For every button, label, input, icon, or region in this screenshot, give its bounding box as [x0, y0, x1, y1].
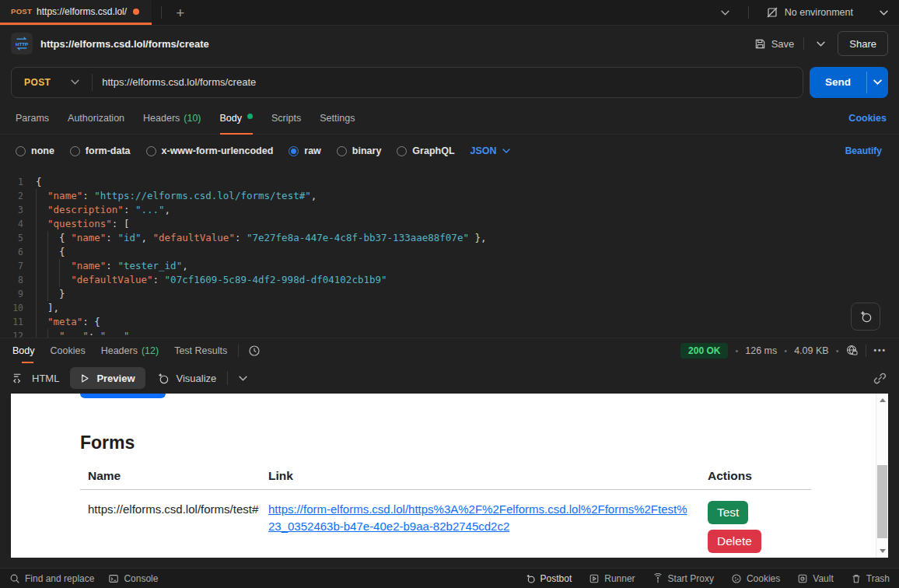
send-button-group: Send: [810, 67, 888, 98]
statusbar-find-and-replace[interactable]: Find and replace: [9, 573, 94, 584]
postbot-button[interactable]: [851, 303, 880, 331]
radio-graphql[interactable]: [397, 146, 407, 156]
json-punct: [36, 274, 71, 285]
response-preview-pane[interactable]: Forms Name Link Actions https://elforms.…: [11, 394, 888, 558]
beautify-link[interactable]: Beautify: [845, 145, 882, 156]
tab-label: Body: [220, 113, 243, 124]
body-type-graphql[interactable]: GraphQL: [397, 145, 454, 156]
link-icon[interactable]: [873, 372, 887, 385]
body-type-x-www-form-urlencoded[interactable]: x-www-form-urlencoded: [146, 145, 274, 156]
tab-count: (12): [142, 345, 159, 356]
response-tab-test-results[interactable]: Test Results: [166, 338, 235, 362]
line-number: 12: [0, 329, 36, 338]
radio-x-www-form-urlencoded[interactable]: [146, 146, 156, 156]
visualize-button[interactable]: Visualize: [156, 372, 217, 385]
url-input[interactable]: [93, 68, 803, 97]
json-punct: : [: [112, 218, 130, 229]
response-tab-body[interactable]: Body: [12, 338, 43, 362]
code-line-2: 2 "name": "https://elforms.csd.lol/forms…: [0, 189, 899, 203]
request-tab-settings[interactable]: Settings: [310, 103, 364, 134]
new-tab-button[interactable]: +: [170, 5, 191, 20]
body-type-form-data[interactable]: form-data: [70, 145, 131, 156]
tab-label: Cookies: [51, 345, 86, 356]
request-tab-params[interactable]: Params: [6, 103, 58, 134]
network-security-icon[interactable]: [845, 344, 859, 357]
request-tab[interactable]: POST https://elforms.csd.lol/: [0, 0, 152, 25]
format-selector[interactable]: HTML: [12, 372, 59, 384]
radio-raw-selected[interactable]: [289, 146, 299, 156]
share-button[interactable]: Share: [838, 31, 888, 56]
radio-none[interactable]: [16, 146, 26, 156]
code-line-6: 6 {: [0, 245, 899, 259]
statusbar-postbot[interactable]: Postbot: [525, 573, 572, 584]
scrollbar-thumb[interactable]: [877, 465, 887, 538]
history-icon[interactable]: [248, 345, 261, 357]
column-header-link: Link: [261, 463, 700, 490]
view-options-chevron-icon[interactable]: [239, 376, 247, 381]
more-options-icon[interactable]: •••: [873, 346, 887, 355]
statusbar-start-proxy[interactable]: Start Proxy: [652, 573, 714, 584]
scroll-up-icon[interactable]: [876, 394, 888, 406]
send-button[interactable]: Send: [810, 67, 866, 98]
json-key: "defaultValue": [71, 274, 152, 285]
body-type-raw[interactable]: raw: [289, 145, 321, 156]
delete-button[interactable]: Delete: [708, 530, 761, 553]
body-type-bar: noneform-datax-www-form-urlencodedrawbin…: [0, 135, 899, 167]
language-selector[interactable]: JSON: [470, 145, 510, 156]
indent-guide: [59, 259, 60, 273]
request-body-editor[interactable]: 1{2 "name": "https://elforms.csd.lol/for…: [0, 167, 899, 338]
url-container: POST: [11, 67, 803, 98]
indent-guide: [47, 259, 48, 273]
preview-scrollbar[interactable]: [876, 394, 888, 558]
statusbar-console[interactable]: Console: [108, 573, 158, 584]
json-punct: :: [153, 274, 165, 285]
statusbar-runner[interactable]: Runner: [589, 573, 635, 584]
json-key: "meta": [47, 316, 82, 327]
request-tab-headers[interactable]: Headers(10): [134, 103, 210, 134]
indent-guide: [36, 273, 37, 287]
method-selector[interactable]: POST: [12, 77, 92, 88]
response-tab-headers[interactable]: Headers(12): [93, 338, 166, 362]
visualize-label: Visualize: [177, 373, 217, 384]
code-line-7: 7 "name": "tester_id",: [0, 259, 899, 273]
preview-toggle-button[interactable]: Preview: [70, 367, 145, 389]
body-type-binary[interactable]: binary: [337, 145, 382, 156]
line-number: 5: [0, 231, 36, 245]
json-string: "https://elforms.csd.lol/forms/test#": [94, 190, 310, 201]
scroll-down-icon[interactable]: [876, 545, 888, 557]
response-tab-cookies[interactable]: Cookies: [43, 338, 93, 362]
tab-options-chevron-icon[interactable]: [721, 10, 729, 16]
statusbar-vault[interactable]: Vault: [797, 573, 833, 584]
preview-label: Preview: [96, 373, 135, 384]
request-tab-body[interactable]: Body: [211, 103, 263, 134]
json-punct: }: [36, 288, 65, 299]
json-punct: ,: [165, 204, 171, 215]
divider: [866, 345, 866, 357]
statusbar-cookies[interactable]: Cookies: [731, 573, 780, 584]
body-type-none[interactable]: none: [16, 145, 54, 156]
cookie-icon: [731, 573, 742, 584]
radio-binary[interactable]: [337, 146, 347, 156]
json-key: "name": [71, 232, 106, 243]
status-badge[interactable]: 200 OK: [680, 343, 728, 359]
code-content: "meta": {: [36, 315, 899, 329]
clipped-create-button[interactable]: [80, 394, 166, 398]
environment-selector[interactable]: No environment: [766, 6, 888, 19]
console-icon: [108, 573, 119, 584]
send-options-chevron-icon[interactable]: [867, 67, 888, 98]
request-tab-authorization[interactable]: Authorization: [58, 103, 134, 134]
save-icon: [754, 38, 766, 50]
radio-form-data[interactable]: [70, 146, 80, 156]
save-options-chevron-icon[interactable]: [812, 38, 830, 50]
test-button[interactable]: Test: [708, 501, 748, 524]
code-line-9: 9 }: [0, 287, 899, 301]
tab-label: Headers: [101, 345, 138, 356]
request-tab-scripts[interactable]: Scripts: [262, 103, 310, 134]
request-header: HTTP https://elforms.csd.lol/forms/creat…: [0, 26, 899, 61]
cookies-link[interactable]: Cookies: [848, 113, 887, 124]
statusbar-trash[interactable]: Trash: [851, 573, 890, 584]
form-link[interactable]: https://form-elforms.csd.lol/https%3A%2F…: [268, 502, 687, 533]
save-button[interactable]: Save: [753, 35, 796, 53]
json-string: "id": [117, 232, 141, 243]
code-content: "description": "...",: [36, 203, 899, 217]
